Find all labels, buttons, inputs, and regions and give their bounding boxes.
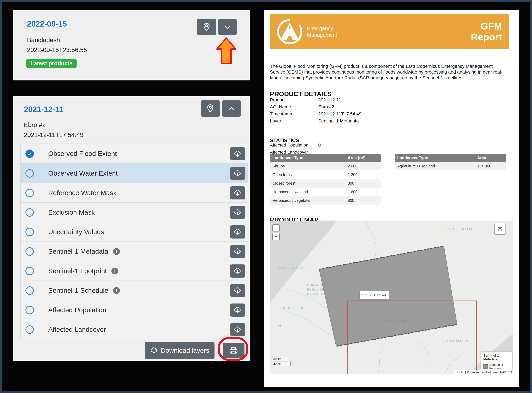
download-layer-button[interactable] (230, 323, 245, 336)
download-layer-button[interactable] (230, 284, 245, 297)
aoi-name-text: Ebro #2 (24, 121, 46, 128)
table-row: Herbaceous vegetation800 (270, 196, 381, 205)
layer-row[interactable]: Exclusion Mask (21, 202, 248, 222)
locate-on-map-button[interactable] (197, 19, 216, 35)
download-layer-button[interactable] (230, 147, 245, 160)
cloud-download-icon (234, 228, 242, 236)
cloud-download-icon (150, 346, 158, 354)
detail-value: 2021-12-11T17:54:49 (318, 111, 361, 116)
affected-population-value: 0 (318, 142, 321, 147)
column-header: Area (475, 154, 506, 162)
zoom-in-button[interactable]: + (272, 224, 280, 231)
detail-value: Ebro #2 (318, 104, 334, 109)
gfm-report-panel: Emergency Management GFM Report The Glob… (264, 10, 519, 387)
landcover-table-right: Landcover Type Area Agriculture / Cropla… (395, 154, 506, 170)
layer-row[interactable]: Sentinel-1 Footprint ! (21, 261, 248, 280)
zoom-out-button[interactable]: − (272, 233, 280, 240)
layer-row[interactable]: Sentinel-1 Schedule ! (21, 280, 248, 300)
radio-unchecked-icon[interactable] (25, 286, 34, 295)
report-title: GFM Report (471, 21, 502, 42)
product-date-title[interactable]: 2022-09-15 (27, 19, 67, 29)
column-header: Area [m²] (345, 154, 381, 162)
radio-unchecked-icon[interactable] (25, 247, 34, 256)
layer-row[interactable]: Affected Landcover (21, 319, 248, 339)
location-pin-icon (202, 22, 211, 32)
column-header: Landcover Type (395, 154, 475, 162)
layer-label: Observed Water Extent (48, 169, 118, 177)
warning-icon: ! (113, 287, 120, 294)
map-zoom-control: + − (272, 224, 280, 242)
layer-label: Observed Flood Extent (48, 150, 117, 157)
radio-unchecked-icon[interactable] (25, 306, 34, 314)
radio-unchecked-icon[interactable] (25, 189, 34, 197)
radio-unchecked-icon[interactable] (25, 325, 34, 334)
cloud-download-icon (234, 267, 242, 275)
download-layers-button[interactable]: Download layers (145, 342, 215, 359)
product-map[interactable]: COMUNIDAD FORAL DE NAVARRA ✈ OCCITANIE P… (270, 221, 513, 374)
radio-unchecked-icon[interactable] (25, 169, 34, 178)
download-layers-label: Download layers (161, 347, 209, 354)
radio-checked-icon[interactable] (25, 149, 34, 158)
leaflet-link[interactable]: Leaflet (455, 370, 464, 374)
layer-label: Sentinel-1 Schedule (48, 287, 108, 294)
cloud-download-icon (234, 150, 242, 158)
collapse-card-button[interactable] (222, 100, 241, 117)
landcover-table-left: Landcover Type Area [m²] Shrubs2 000 Ope… (270, 154, 381, 205)
affected-population-line: Affected Population:0 (270, 142, 321, 147)
chevron-up-icon (227, 104, 236, 113)
map-attribution: Leaflet | © Esri — Esri, DeLorme, NAVTEQ (454, 370, 513, 374)
product-timestamp-text: 2021-12-11T17:54:49 (24, 131, 83, 138)
check-icon (27, 151, 33, 157)
cloud-download-icon (234, 189, 242, 197)
footprint-swatch-icon (483, 364, 488, 369)
detail-label: AOI Name: (270, 104, 318, 109)
layer-label: Sentinel-1 Metadata (48, 248, 108, 255)
cloud-download-icon (234, 247, 242, 255)
radio-unchecked-icon[interactable] (25, 267, 34, 275)
download-layer-button[interactable] (230, 245, 245, 258)
layer-row[interactable]: Reference Water Mask (21, 183, 248, 202)
layer-row[interactable]: Sentinel-1 Metadata ! (21, 241, 248, 261)
table-row: Herbaceous wetland1 600 (270, 188, 381, 196)
product-date-title[interactable]: 2021-12-11 (24, 105, 63, 114)
download-layer-button[interactable] (230, 206, 245, 219)
layer-row[interactable]: Uncertainty Values (21, 222, 248, 241)
locate-on-map-button[interactable] (201, 100, 220, 117)
expand-card-button[interactable] (218, 19, 237, 35)
layer-row[interactable]: Observed Flood Extent (21, 144, 248, 163)
radio-unchecked-icon[interactable] (25, 208, 34, 217)
annotation-red-circle (218, 337, 248, 361)
table-row: Agriculture / Cropland154 800 (395, 162, 506, 170)
table-row: Shrubs2 000 (270, 162, 381, 170)
warning-icon: ! (111, 268, 118, 275)
product-details-heading: PRODUCT DETAILS (270, 90, 332, 98)
layer-label: Uncertainty Values (48, 228, 104, 236)
map-layers-button[interactable] (494, 223, 506, 235)
location-pin-icon (206, 104, 215, 113)
detail-label: Product: (270, 97, 318, 103)
download-layer-button[interactable] (230, 167, 245, 180)
detail-label: Layer: (270, 118, 318, 123)
cloud-download-icon (234, 208, 242, 216)
legend-title: Sentinel-1 Metadata (483, 354, 509, 361)
table-row: Open forest1 200 (270, 170, 381, 179)
layer-label: Reference Water Mask (48, 189, 116, 197)
latest-products-badge: Latest products (26, 59, 77, 68)
layer-label: Affected Landcover (48, 326, 106, 333)
layer-row[interactable]: Observed Water Extent (21, 163, 248, 183)
map-overlays (270, 221, 513, 374)
cloud-download-icon (234, 306, 242, 314)
product-card-latest: 2022-09-15 Bangladesh 2022-09-15T23:56:5… (13, 10, 250, 80)
product-timestamp-text: 2022-09-15T23:56:55 (27, 46, 87, 54)
layer-label: Exclusion Mask (48, 209, 95, 216)
download-layer-button[interactable] (230, 265, 245, 278)
cloud-download-icon (234, 286, 242, 295)
cloud-download-icon (234, 325, 242, 334)
map-label-aragon: ARAGON (386, 319, 408, 324)
layer-row[interactable]: Affected Population (21, 300, 248, 319)
download-layer-button[interactable] (230, 225, 245, 239)
download-layer-button[interactable] (230, 304, 245, 317)
radio-unchecked-icon[interactable] (25, 228, 34, 236)
download-layer-button[interactable] (230, 186, 245, 199)
layer-label: Sentinel-1 Footprint (48, 267, 107, 275)
